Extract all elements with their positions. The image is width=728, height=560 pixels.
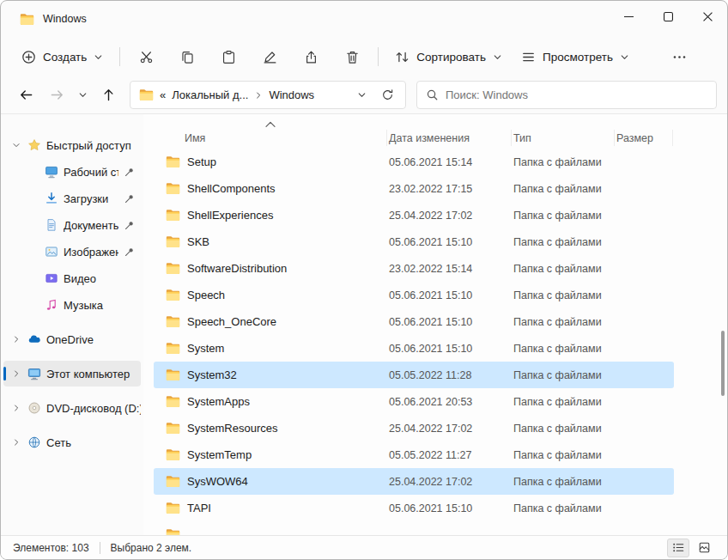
forward-button[interactable]: [42, 82, 71, 108]
up-button[interactable]: [94, 82, 123, 108]
file-type: Папка с файлами: [512, 156, 615, 168]
sidebar-item[interactable]: Рабочий стол: [3, 159, 141, 185]
onedrive-icon: [27, 332, 41, 346]
column-header-type[interactable]: Тип: [512, 130, 615, 146]
file-date-modified: 05.06.2021 15:10: [387, 236, 512, 248]
breadcrumb-item-windows[interactable]: Windows: [269, 88, 314, 101]
sidebar-item[interactable]: Загрузки: [3, 186, 141, 211]
address-bar[interactable]: « Локальный д... Windows: [130, 81, 406, 109]
sidebar-item-label: Загрузки: [64, 192, 118, 205]
chevron-down-icon: [357, 90, 367, 100]
paste-icon: [221, 50, 236, 64]
file-date-modified: 05.05.2022 11:28: [387, 369, 512, 381]
sidebar-item[interactable]: Документы: [3, 212, 141, 238]
command-bar: Создать Сортировать Просмотреть: [1, 37, 727, 76]
recent-locations-button[interactable]: [73, 82, 92, 108]
maximize-button[interactable]: [648, 1, 688, 32]
vertical-scrollbar-thumb[interactable]: [721, 331, 725, 396]
file-row[interactable]: Speech_OneCore05.06.2021 15:10Папка с фа…: [154, 308, 674, 335]
sidebar-item[interactable]: Сеть: [3, 429, 141, 455]
file-name: SysWOW64: [187, 475, 248, 488]
sidebar-item[interactable]: DVD-дисковод (D:): [3, 395, 141, 421]
file-row-partial[interactable]: [154, 521, 674, 535]
file-row[interactable]: ShellExperiences25.04.2022 17:02Папка с …: [154, 202, 674, 228]
file-type: Папка с файлами: [512, 343, 615, 355]
toolbar-divider: [119, 47, 120, 66]
breadcrumb-overflow[interactable]: «: [160, 88, 166, 101]
file-row[interactable]: Speech05.06.2021 15:10Папка с файлами: [154, 282, 674, 308]
file-type: Папка с файлами: [512, 183, 615, 195]
cut-icon: [139, 50, 154, 64]
file-date-modified: 25.04.2022 17:02: [387, 476, 512, 488]
folder-icon: [166, 475, 180, 488]
delete-icon: [345, 50, 360, 64]
item-count: Элементов: 103: [13, 542, 89, 554]
file-type: Папка с файлами: [512, 263, 615, 275]
rename-button[interactable]: [252, 42, 288, 71]
search-box[interactable]: [416, 81, 717, 109]
sidebar-item[interactable]: Видео: [3, 265, 141, 291]
file-row[interactable]: SystemTemp05.05.2022 11:27Папка с файлам…: [154, 441, 674, 468]
sort-button[interactable]: Сортировать: [386, 42, 511, 71]
details-view-button[interactable]: [667, 539, 689, 557]
sidebar-item-label: Сеть: [46, 436, 141, 449]
sidebar-item[interactable]: OneDrive: [3, 326, 141, 352]
delete-button[interactable]: [334, 42, 370, 71]
thumbnails-view-button[interactable]: [693, 539, 715, 557]
file-row[interactable]: ShellComponents23.02.2022 17:15Папка с ф…: [154, 175, 674, 202]
copy-button[interactable]: [169, 42, 205, 71]
titlebar: Windows: [1, 1, 727, 37]
chevron-down-icon[interactable]: [10, 141, 22, 149]
more-options-button[interactable]: [662, 42, 698, 71]
sidebar-item[interactable]: Этот компьютер: [3, 361, 141, 387]
minimize-button[interactable]: [609, 1, 648, 32]
rename-icon: [263, 50, 277, 64]
file-date-modified: 25.04.2022 17:02: [387, 210, 512, 222]
file-row[interactable]: SKB05.06.2021 15:10Папка с файлами: [154, 228, 674, 255]
breadcrumb-separator-icon: [254, 91, 263, 100]
view-button[interactable]: Просмотреть: [513, 42, 638, 71]
file-row[interactable]: SoftwareDistribution23.02.2022 15:14Папк…: [154, 255, 674, 282]
address-dropdown-button[interactable]: [352, 82, 371, 108]
file-type: Папка с файлами: [512, 289, 615, 301]
sidebar-item-label: Видео: [64, 272, 141, 285]
thumbnails-icon: [698, 541, 711, 554]
chevron-right-icon[interactable]: [10, 438, 22, 447]
sidebar-item[interactable]: Быстрый доступ: [3, 132, 141, 158]
column-header-name[interactable]: Имя: [154, 130, 387, 146]
sidebar-item[interactable]: Музыка: [3, 292, 141, 318]
view-toggles: [667, 539, 715, 557]
downloads-icon: [45, 192, 58, 205]
column-header-size[interactable]: Размер: [615, 130, 673, 146]
status-bar: Элементов: 103 Выбрано 2 элем.: [1, 535, 727, 559]
chevron-right-icon[interactable]: [10, 404, 22, 412]
create-button[interactable]: Создать: [13, 42, 112, 71]
file-type: Папка с файлами: [512, 449, 615, 461]
file-row[interactable]: System05.06.2021 15:10Папка с файлами: [154, 335, 674, 362]
sidebar-item[interactable]: Изображения: [3, 239, 141, 265]
file-row[interactable]: System3205.05.2022 11:28Папка с файлами: [154, 362, 674, 388]
copy-icon: [180, 50, 195, 64]
sidebar-item-label: Этот компьютер: [46, 368, 141, 380]
file-type: Папка с файлами: [512, 236, 615, 248]
close-button[interactable]: [688, 1, 727, 32]
search-input[interactable]: [446, 88, 707, 101]
file-row[interactable]: SystemApps05.06.2021 20:53Папка с файлам…: [154, 388, 674, 415]
file-row[interactable]: Setup05.06.2021 15:14Папка с файлами: [154, 149, 674, 175]
cut-button[interactable]: [128, 42, 164, 71]
view-label: Просмотреть: [543, 51, 613, 64]
column-header-date-modified[interactable]: Дата изменения: [387, 130, 512, 146]
file-row[interactable]: TAPI05.06.2021 15:10Папка с файлами: [154, 495, 674, 521]
file-row[interactable]: SysWOW6425.04.2022 17:02Папка с файлами: [154, 468, 674, 495]
share-button[interactable]: [293, 42, 329, 71]
breadcrumb-item-drive[interactable]: Локальный д...: [172, 88, 248, 101]
chevron-right-icon[interactable]: [10, 335, 22, 344]
back-button[interactable]: [11, 82, 40, 108]
pin-icon: [124, 167, 135, 178]
chevron-right-icon[interactable]: [10, 369, 22, 378]
refresh-button[interactable]: [373, 82, 402, 108]
file-name: SoftwareDistribution: [187, 262, 287, 275]
sidebar-item-label: OneDrive: [46, 333, 141, 346]
file-row[interactable]: SystemResources25.04.2022 17:02Папка с ф…: [154, 415, 674, 441]
paste-button[interactable]: [210, 42, 246, 71]
